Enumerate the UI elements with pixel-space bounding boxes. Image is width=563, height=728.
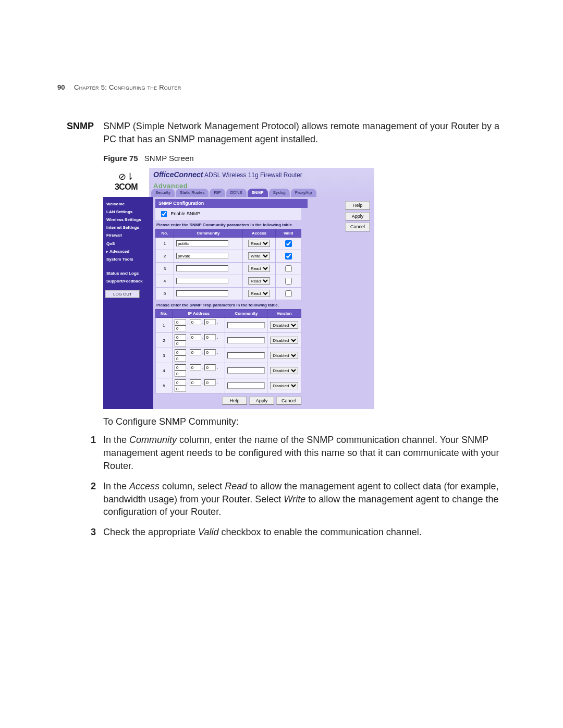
ip-octet-input[interactable]	[175, 319, 186, 325]
running-header: 90 Chapter 5: Configuring the Router	[57, 83, 181, 91]
col-community: Community	[174, 229, 243, 237]
access-select[interactable]: ReadWrite	[248, 290, 270, 297]
trap-community-input[interactable]	[227, 337, 265, 343]
table-row: 5ReadWrite	[156, 287, 301, 300]
version-select[interactable]: Disabled	[270, 382, 298, 389]
ip-octet-input[interactable]	[175, 379, 186, 386]
tab-rip[interactable]: RIP	[210, 189, 225, 197]
trap-community-input[interactable]	[227, 352, 265, 359]
tab-syslog[interactable]: Syslog	[269, 189, 290, 197]
shot-body: WelcomeLAN SettingsWireless SettingsInte…	[103, 197, 374, 409]
valid-checkbox[interactable]	[285, 290, 292, 297]
col-access: Access	[243, 229, 276, 237]
cancel-button-footer[interactable]: Cancel	[276, 397, 301, 405]
ip-octet-input[interactable]	[204, 334, 216, 340]
community-input[interactable]	[176, 290, 228, 297]
cancel-button-side[interactable]: Cancel	[345, 223, 370, 231]
list-item: In the Community column, enter the name …	[92, 434, 500, 472]
sidebar-item-wireless-settings[interactable]: Wireless Settings	[105, 216, 151, 224]
valid-checkbox[interactable]	[285, 265, 292, 272]
community-input[interactable]	[176, 253, 228, 259]
sidebar-item-firewall[interactable]: Firewall	[105, 231, 151, 239]
version-select[interactable]: Disabled	[270, 337, 298, 344]
ip-octet-input[interactable]	[175, 364, 186, 371]
ip-octet-input[interactable]	[190, 319, 201, 325]
tab-ddns[interactable]: DDNS	[226, 189, 247, 197]
trap-community-input[interactable]	[227, 322, 265, 328]
community-input[interactable]	[176, 265, 228, 272]
logo-text: 3COM	[115, 181, 138, 193]
cell-ip: . . .	[173, 363, 225, 378]
sidebar-item-welcome[interactable]: Welcome	[105, 200, 151, 208]
tab-snmp[interactable]: SNMP	[248, 189, 268, 197]
ip-octet-input[interactable]	[175, 371, 186, 377]
apply-button-footer[interactable]: Apply	[249, 397, 274, 405]
access-select[interactable]: ReadWrite	[248, 240, 270, 247]
apply-button-side[interactable]: Apply	[345, 212, 370, 220]
logo-cell: ⊘⇂ 3COM	[103, 168, 149, 197]
ip-octet-input[interactable]	[204, 319, 216, 325]
version-select[interactable]: Disabled	[270, 352, 298, 359]
col-trap-no: No.	[156, 310, 173, 318]
sidebar-item-support-feedback[interactable]: Support/Feedback	[105, 277, 151, 285]
sidebar-item-lan-settings[interactable]: LAN Settings	[105, 208, 151, 216]
community-input[interactable]	[176, 278, 228, 284]
trap-community-input[interactable]	[227, 382, 265, 389]
cell-access: ReadWrite	[243, 262, 276, 275]
ip-octet-input[interactable]	[204, 349, 216, 355]
ip-octet-input[interactable]	[204, 364, 216, 371]
shot-main: Help Apply Cancel SNMP Configuration Ena…	[153, 197, 374, 409]
section-heading: SNMP	[63, 120, 94, 132]
ip-octet-input[interactable]	[175, 325, 186, 331]
access-select[interactable]: ReadWrite	[248, 252, 270, 260]
valid-checkbox[interactable]	[285, 253, 292, 260]
ip-octet-input[interactable]	[175, 340, 186, 347]
tab-static-routes[interactable]: Static Routes	[176, 189, 209, 197]
sidebar-item-internet-settings[interactable]: Internet Settings	[105, 224, 151, 231]
ip-octet-input[interactable]	[204, 379, 216, 386]
ip-octet-input[interactable]	[190, 379, 201, 386]
community-input[interactable]	[176, 240, 228, 246]
cell-no: 5	[156, 378, 173, 393]
valid-checkbox[interactable]	[285, 278, 292, 285]
sidebar-item-system-tools[interactable]: System Tools	[105, 255, 151, 263]
enable-snmp-row: Enable SNMP	[155, 208, 301, 220]
cell-community	[174, 275, 243, 287]
step-list: In the Community column, enter the name …	[103, 434, 500, 539]
help-button-side[interactable]: Help	[345, 201, 370, 209]
access-select[interactable]: ReadWrite	[248, 277, 270, 285]
valid-checkbox[interactable]	[285, 240, 292, 247]
tab-security[interactable]: Security	[151, 189, 175, 197]
tab-proxyarp[interactable]: ProxyArp	[291, 189, 316, 197]
ip-octet-input[interactable]	[190, 349, 201, 355]
ip-octet-input[interactable]	[175, 349, 186, 355]
ip-octet-input[interactable]	[190, 364, 201, 371]
cell-version: Disabled	[267, 333, 301, 348]
cell-valid	[276, 250, 301, 262]
version-select[interactable]: Disabled	[270, 367, 298, 374]
version-select[interactable]: Disabled	[270, 322, 298, 329]
ip-octet-input[interactable]	[175, 386, 186, 392]
col-trap-version: Version	[267, 310, 301, 318]
cell-access: ReadWrite	[243, 250, 276, 262]
ip-octet-input[interactable]	[190, 334, 201, 340]
trap-community-input[interactable]	[227, 367, 265, 374]
sidebar-item-qos[interactable]: QoS	[105, 240, 151, 248]
cell-trap-community	[225, 378, 267, 393]
logout-button[interactable]: LOG OUT	[105, 290, 140, 298]
cell-access: ReadWrite	[243, 237, 276, 250]
footer-buttons: Help Apply Cancel	[155, 393, 303, 405]
ip-octet-input[interactable]	[175, 334, 186, 340]
cell-valid	[276, 237, 301, 250]
cell-valid	[276, 287, 301, 300]
cell-valid	[276, 275, 301, 287]
help-button-footer[interactable]: Help	[222, 397, 247, 405]
section-intro: SNMP (Simple Network Management Protocol…	[103, 120, 500, 146]
enable-snmp-checkbox[interactable]	[161, 211, 167, 217]
enable-snmp-label[interactable]: Enable SNMP	[158, 211, 200, 216]
access-select[interactable]: ReadWrite	[248, 265, 270, 272]
ip-octet-input[interactable]	[175, 355, 186, 362]
sidebar-item-advanced[interactable]: Advanced	[105, 248, 151, 255]
cell-no: 2	[156, 250, 174, 262]
sidebar-item-status-and-logs[interactable]: Status and Logs	[105, 269, 151, 277]
